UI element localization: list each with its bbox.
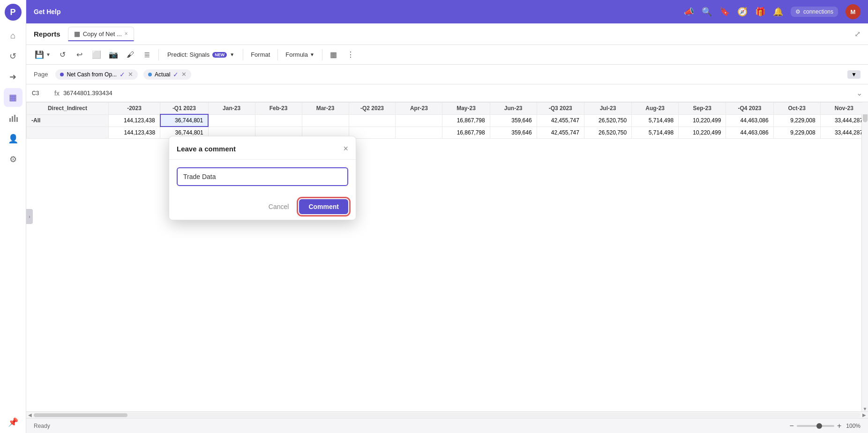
page-filter-2[interactable]: Actual ✓ ✕ (143, 69, 191, 80)
sidebar-item-activity[interactable]: ↺ (4, 47, 22, 66)
cell-row2-apr-23[interactable] (396, 127, 442, 139)
page-dropdown-btn[interactable]: ▼ (847, 70, 861, 79)
scroll-left-arrow[interactable]: ◀ (28, 412, 32, 418)
tab-close-btn[interactable]: × (125, 30, 128, 37)
cell-all-aug-23[interactable]: 5,714,498 (632, 114, 679, 127)
cell-all-jun-23[interactable]: 359,646 (490, 114, 537, 127)
zoom-slider-thumb[interactable] (816, 423, 822, 429)
modal-close-btn[interactable]: × (343, 144, 348, 154)
sheet-wrapper[interactable]: Direct_Indirect -2023 -Q1 2023 Jan-23 Fe… (26, 102, 868, 411)
sidebar-collapse-btn[interactable]: › (26, 209, 33, 224)
refresh-button[interactable]: ↺ (55, 48, 70, 62)
cancel-button[interactable]: Cancel (263, 199, 295, 214)
cell-row2-nov-23[interactable]: 33,444,287 (820, 127, 868, 139)
cell-row2-jun-23[interactable]: 359,646 (490, 127, 537, 139)
zoom-level: 100% (846, 423, 861, 429)
comment-button[interactable]: Comment (299, 199, 348, 214)
more-button[interactable]: ⋮ (343, 48, 358, 62)
sheet-table: Direct_Indirect -2023 -Q1 2023 Jan-23 Fe… (26, 102, 868, 139)
zoom-plus-btn[interactable]: + (837, 422, 841, 430)
tab-copy-of-net[interactable]: ▦ Copy of Net ... × (68, 27, 134, 41)
new-badge: NEW (212, 52, 227, 58)
cell-row2-q4-2023[interactable]: 44,463,086 (726, 127, 773, 139)
cell-all-jul-23[interactable]: 26,520,750 (584, 114, 631, 127)
zoom-minus-btn[interactable]: − (790, 422, 794, 430)
scroll-right-arrow[interactable]: ▶ (862, 412, 866, 418)
hscrollbar-track[interactable] (34, 413, 861, 418)
filter2-check[interactable]: ✓ (173, 71, 179, 78)
filter-button[interactable]: ≣ (140, 48, 155, 62)
cell-all-feb-23[interactable] (255, 114, 302, 127)
cell-all-may-23[interactable]: 16,867,798 (442, 114, 490, 127)
cell-row2-q3-2023[interactable]: 42,455,747 (537, 127, 584, 139)
toolbar-divider-3 (277, 49, 278, 60)
cell-all-sep-23[interactable]: 10,220,499 (679, 114, 726, 127)
comment-input[interactable] (177, 167, 348, 186)
refresh-icon: ↺ (60, 50, 66, 59)
cell-all-q2-2023[interactable] (349, 114, 396, 127)
compass-icon[interactable]: 🧭 (737, 7, 748, 17)
cell-all-apr-23[interactable] (396, 114, 442, 127)
formula-bar: C3 fx 36744801.393434 ⌄ (26, 84, 868, 102)
scroll-down-arrow[interactable]: ▼ (862, 406, 868, 411)
logo-letter: P (10, 7, 15, 17)
sidebar-item-people[interactable]: 👤 (4, 129, 22, 148)
app-logo[interactable]: P (5, 4, 22, 21)
page-filter-1[interactable]: Net Cash from Op... ✓ ✕ (55, 69, 138, 80)
sidebar-item-settings[interactable]: ⚙ (4, 150, 22, 169)
bell-icon[interactable]: 🔔 (773, 7, 783, 17)
undo-button[interactable]: ↩ (72, 48, 87, 62)
horizontal-scrollbar[interactable]: ◀ ▶ (26, 411, 868, 418)
save-button[interactable]: 💾 ▼ (32, 48, 53, 62)
filter2-text: Actual (155, 71, 170, 78)
cell-all-q4-2023[interactable]: 44,463,086 (726, 114, 773, 127)
cell-row2-jul-23[interactable]: 26,520,750 (584, 127, 631, 139)
col-header-2023: -2023 (108, 103, 160, 115)
camera-button[interactable]: 📷 (106, 48, 121, 62)
filter1-close[interactable]: ✕ (128, 71, 133, 78)
get-help-label[interactable]: Get Help (34, 8, 61, 15)
sidebar-item-chart[interactable] (4, 109, 22, 127)
pin-icon[interactable]: 📌 (8, 417, 18, 427)
cell-row2-oct-23[interactable]: 9,229,008 (773, 127, 820, 139)
zoom-slider[interactable] (797, 425, 834, 427)
formula-expand-icon[interactable]: ⌄ (856, 89, 862, 97)
cell-all-q1-2023[interactable]: 36,744,801 (160, 114, 209, 127)
vertical-scrollbar[interactable]: ▲ ▼ (861, 102, 868, 411)
connections-btn[interactable]: ⚙ connections (791, 7, 838, 17)
cell-row2-q2-2023[interactable] (349, 127, 396, 139)
cell-all-mar-23[interactable] (302, 114, 349, 127)
sidebar-item-home[interactable]: ⌂ (4, 26, 22, 45)
cell-row2-sep-23[interactable]: 10,220,499 (679, 127, 726, 139)
filter1-check[interactable]: ✓ (120, 71, 125, 78)
formula-button[interactable]: Formula ▼ (282, 49, 318, 60)
sidebar-item-arrow[interactable]: ➜ (4, 67, 22, 86)
export-button[interactable]: ⬜ (89, 48, 104, 62)
megaphone-icon[interactable]: 📣 (684, 7, 694, 17)
col-header-jul-23: Jul-23 (584, 103, 631, 115)
paint-button[interactable]: 🖌 (123, 48, 138, 62)
search-icon[interactable]: 🔍 (702, 7, 712, 17)
filter2-close[interactable]: ✕ (181, 71, 187, 78)
fullscreen-icon[interactable]: ⤢ (854, 30, 861, 38)
cube-icon[interactable]: 🎁 (755, 7, 765, 17)
col-header-oct-23: Oct-23 (773, 103, 820, 115)
sidebar-item-grid[interactable]: ▦ (4, 88, 22, 107)
cell-all-q3-2023[interactable]: 42,455,747 (537, 114, 584, 127)
cell-row2-2023[interactable]: 144,123,438 (108, 127, 160, 139)
predict-signals-button[interactable]: Predict: Signals NEW ▼ (163, 49, 239, 60)
format-button[interactable]: Format (247, 49, 274, 60)
col-header-jan-23: Jan-23 (208, 103, 255, 115)
hscrollbar-thumb[interactable] (34, 413, 127, 417)
cell-all-oct-23[interactable]: 9,229,008 (773, 114, 820, 127)
cell-row2-may-23[interactable]: 16,867,798 (442, 127, 490, 139)
tab-label: Copy of Net ... (83, 30, 122, 37)
grid-view-button[interactable]: ▦ (326, 48, 341, 62)
cell-all-jan-23[interactable] (208, 114, 255, 127)
bookmark-icon[interactable]: 🔖 (719, 7, 730, 17)
filter2-dot (148, 73, 152, 76)
cell-all-nov-23[interactable]: 33,444,287 (820, 114, 868, 127)
cell-all-2023[interactable]: 144,123,438 (108, 114, 160, 127)
avatar[interactable]: M (846, 4, 861, 19)
cell-row2-aug-23[interactable]: 5,714,498 (632, 127, 679, 139)
